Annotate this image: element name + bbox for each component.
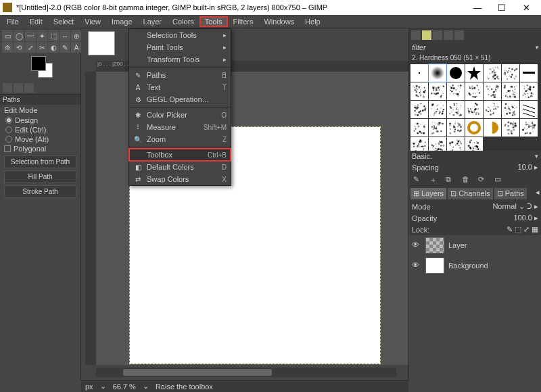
brush-preset[interactable] bbox=[465, 82, 483, 100]
duplicate-icon[interactable]: ⧉ bbox=[446, 175, 455, 185]
dock-tab[interactable] bbox=[14, 83, 23, 93]
brush-preset[interactable] bbox=[429, 101, 446, 118]
brush-preset[interactable] bbox=[484, 82, 501, 100]
menu-item-gegl-operation-[interactable]: ⚙GEGL Operation… bbox=[129, 93, 231, 105]
tool-button[interactable]: ↔ bbox=[60, 30, 70, 41]
edit-mode-option[interactable]: Move (Alt) bbox=[0, 134, 80, 144]
layer-row[interactable]: 👁Background bbox=[409, 255, 541, 276]
tab-menu-icon[interactable]: ◂ bbox=[536, 188, 540, 199]
menu-windows[interactable]: Windows bbox=[258, 16, 300, 27]
menu-select[interactable]: Select bbox=[48, 16, 80, 27]
menu-item-measure[interactable]: ⟟MeasureShift+M bbox=[129, 121, 231, 133]
tool-button[interactable]: ✂ bbox=[37, 42, 47, 53]
horizontal-scrollbar[interactable] bbox=[96, 368, 396, 377]
brush-preset[interactable] bbox=[502, 119, 519, 137]
menu-item-color-picker[interactable]: ✱Color PickerO bbox=[129, 109, 231, 121]
dock-tab[interactable] bbox=[454, 30, 464, 40]
new-icon[interactable]: ＋ bbox=[429, 175, 439, 185]
menu-item-swap-colors[interactable]: ⇄Swap ColorsX bbox=[129, 173, 231, 185]
visibility-icon[interactable]: 👁 bbox=[412, 241, 421, 250]
refresh-icon[interactable]: ⟳ bbox=[478, 175, 488, 185]
tool-button[interactable]: ⟰ bbox=[2, 42, 13, 53]
tool-button[interactable]: ◯ bbox=[14, 30, 24, 41]
brush-preset[interactable] bbox=[502, 82, 519, 100]
brush-preset[interactable] bbox=[410, 137, 428, 151]
brush-preset[interactable] bbox=[502, 64, 519, 82]
brush-preset[interactable] bbox=[520, 64, 538, 82]
menu-item-paint-tools[interactable]: Paint Tools▸ bbox=[129, 41, 231, 53]
brush-preset[interactable] bbox=[410, 64, 428, 82]
dock-tab[interactable] bbox=[411, 30, 421, 40]
brush-preset[interactable] bbox=[429, 82, 446, 100]
brush-preset[interactable] bbox=[502, 101, 519, 118]
tool-button[interactable]: ⟲ bbox=[14, 42, 24, 53]
menu-colors[interactable]: Colors bbox=[167, 16, 199, 27]
brush-preset[interactable] bbox=[447, 64, 465, 82]
menu-view[interactable]: View bbox=[79, 16, 106, 27]
edit-mode-option[interactable]: Design bbox=[0, 116, 80, 125]
delete-icon[interactable]: 🗑 bbox=[462, 175, 471, 185]
menu-filters[interactable]: Filters bbox=[228, 16, 259, 27]
tab-layers[interactable]: ⊞ Layers bbox=[410, 188, 446, 199]
edit-mode-option[interactable]: Edit (Ctrl) bbox=[0, 125, 80, 134]
menu-layer[interactable]: Layer bbox=[138, 16, 168, 27]
brush-preset[interactable] bbox=[429, 64, 446, 82]
menu-edit[interactable]: Edit bbox=[24, 16, 48, 27]
dock-tab[interactable] bbox=[433, 30, 442, 40]
tool-button[interactable]: ✎ bbox=[60, 42, 70, 53]
status-zoom[interactable]: 66.7 % bbox=[113, 383, 136, 391]
brush-preset[interactable] bbox=[465, 137, 483, 151]
brush-preset[interactable] bbox=[484, 119, 501, 137]
visibility-icon[interactable]: 👁 bbox=[412, 261, 421, 270]
brush-preset[interactable] bbox=[447, 82, 465, 100]
dock-tab[interactable] bbox=[444, 30, 453, 40]
path-action-button[interactable]: Fill Path bbox=[4, 170, 76, 183]
tool-button[interactable]: ▭ bbox=[2, 30, 13, 41]
brush-preset[interactable] bbox=[520, 101, 538, 118]
menu-item-paths[interactable]: ✎PathsB bbox=[129, 69, 231, 81]
menu-help[interactable]: Help bbox=[300, 16, 326, 27]
polygonal-checkbox[interactable]: Polygonal bbox=[0, 144, 80, 153]
brush-preset[interactable] bbox=[410, 82, 428, 100]
layer-row[interactable]: 👁Layer bbox=[409, 235, 541, 255]
tool-button[interactable]: ⊕ bbox=[71, 30, 82, 41]
brush-preset[interactable] bbox=[465, 64, 483, 82]
brush-preset[interactable] bbox=[520, 82, 538, 100]
menu-item-text[interactable]: ATextT bbox=[129, 81, 231, 93]
brush-preset[interactable] bbox=[465, 119, 483, 137]
spacing-value[interactable]: 10.0 bbox=[518, 163, 532, 171]
brush-preset[interactable] bbox=[484, 64, 501, 82]
open-icon[interactable]: ▭ bbox=[494, 175, 504, 185]
menu-item-toolbox[interactable]: ToolboxCtrl+B bbox=[129, 149, 231, 161]
brush-category[interactable]: Basic. bbox=[412, 152, 432, 160]
minimize-button[interactable]: — bbox=[465, 0, 490, 15]
image-thumbnail[interactable] bbox=[88, 31, 115, 55]
lock-icons[interactable]: ✎ ⬚ ⤢ ▦ bbox=[507, 225, 538, 234]
tool-button[interactable]: ◐ bbox=[48, 42, 59, 53]
tool-button[interactable]: ⬚ bbox=[48, 30, 59, 41]
menu-item-default-colors[interactable]: ◧Default ColorsD bbox=[129, 161, 231, 173]
menu-item-transform-tools[interactable]: Transform Tools▸ bbox=[129, 53, 231, 66]
brush-preset[interactable] bbox=[520, 119, 538, 137]
brush-preset[interactable] bbox=[447, 101, 465, 118]
brush-preset[interactable] bbox=[447, 137, 465, 151]
status-unit[interactable]: px bbox=[85, 383, 93, 391]
dock-tab[interactable] bbox=[422, 30, 431, 40]
color-swatches[interactable] bbox=[0, 55, 80, 82]
mode-value[interactable]: Normal bbox=[492, 202, 516, 210]
tool-button[interactable]: A bbox=[71, 42, 82, 53]
menu-item-zoom[interactable]: 🔍ZoomZ bbox=[129, 133, 231, 145]
fg-color-swatch[interactable] bbox=[31, 56, 46, 71]
brush-preset[interactable] bbox=[429, 119, 446, 137]
brush-preset[interactable] bbox=[429, 137, 446, 151]
menu-file[interactable]: File bbox=[1, 16, 24, 27]
tool-button[interactable]: ⤢ bbox=[25, 42, 36, 53]
path-action-button[interactable]: Selection from Path bbox=[4, 155, 76, 168]
tool-button[interactable]: 〰 bbox=[25, 30, 36, 41]
brush-preset[interactable] bbox=[465, 101, 483, 118]
brush-preset[interactable] bbox=[484, 101, 501, 118]
menu-image[interactable]: Image bbox=[106, 16, 138, 27]
brush-filter[interactable]: filter ▾ bbox=[409, 42, 541, 53]
close-button[interactable]: ✕ bbox=[514, 0, 538, 15]
menu-tools[interactable]: Tools bbox=[199, 16, 228, 27]
